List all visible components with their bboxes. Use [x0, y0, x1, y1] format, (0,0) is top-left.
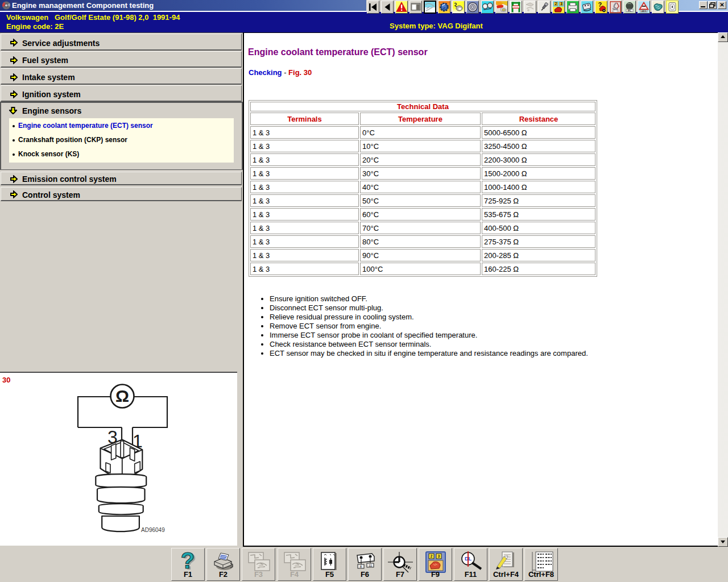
svg-text:2: 2: [430, 554, 432, 558]
svg-text:AD96049: AD96049: [141, 527, 165, 533]
svg-text:2: 2: [555, 2, 557, 6]
svg-text:MC: MC: [628, 9, 632, 12]
svg-text:Ω: Ω: [115, 386, 129, 405]
svg-text:ABS: ABS: [642, 10, 647, 13]
svg-text:3: 3: [437, 554, 440, 558]
svg-text:3: 3: [560, 2, 562, 6]
svg-text:11: 11: [368, 564, 372, 567]
